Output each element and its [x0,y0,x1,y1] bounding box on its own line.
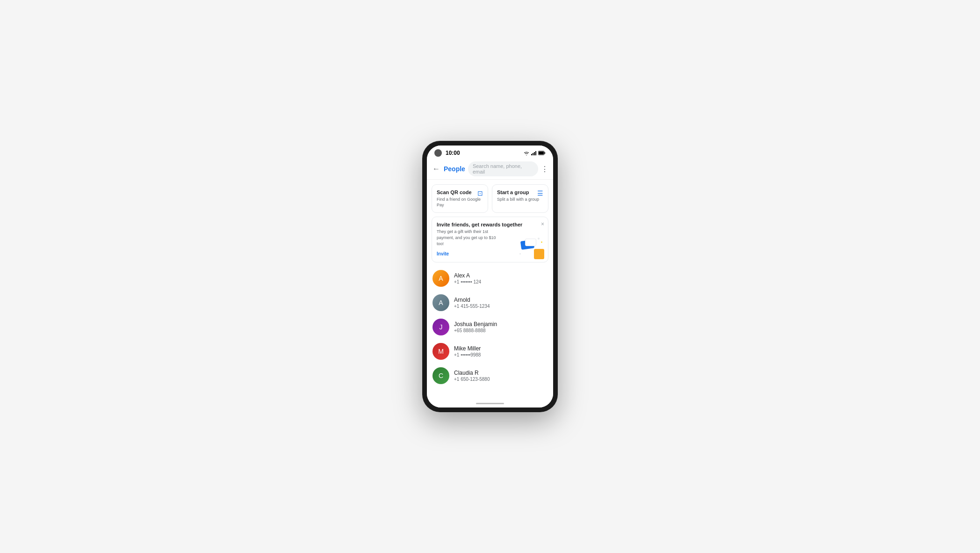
contact-avatar-claudia: C [432,367,449,384]
scan-qr-title: Scan QR code [437,189,472,195]
start-group-header: Start a group ☰ [497,189,543,197]
start-group-icon: ☰ [537,189,543,197]
invite-illustration [519,237,544,259]
scan-qr-subtitle: Find a friend on Google Pay [437,197,483,208]
home-bar [476,403,504,404]
svg-rect-6 [539,152,544,154]
content-area: Scan QR code ⊡ Find a friend on Google P… [427,180,553,399]
contact-item[interactable]: J Joshua Benjamin +65 8888-8888 [427,315,553,339]
svg-rect-1 [533,153,533,155]
contact-info-arnold: Arnold +1 415-555-1234 [454,297,548,309]
more-button[interactable]: ⋮ [541,165,548,174]
status-icons [523,151,546,155]
home-indicator [427,399,553,407]
nav-bar: ← People Search name, phone, email ⋮ [427,159,553,180]
contact-info-mike: Mike Miller +1 ••••••9988 [454,345,548,357]
start-group-subtitle: Split a bill with a group [497,197,543,203]
back-button[interactable]: ← [432,164,441,174]
illus-dot-1 [538,238,540,240]
contact-phone: +65 8888-8888 [454,328,548,333]
contact-item[interactable]: A Alex A +1 ••••••• 124 [427,266,553,291]
contacts-list: A Alex A +1 ••••••• 124 A Arnold +1 415-… [427,266,553,388]
contact-info-claudia: Claudia R +1 650-123-5880 [454,370,548,382]
contact-phone: +1 415-555-1234 [454,304,548,309]
start-group-title: Start a group [497,189,529,195]
contact-avatar-joshua: J [432,319,449,335]
status-time: 10:00 [446,150,460,156]
svg-rect-3 [535,151,536,155]
phone-device: 10:00 [422,141,558,412]
invite-description: They get a gift with their 1st payment, … [437,229,497,247]
search-field[interactable]: Search name, phone, email [468,161,538,176]
svg-rect-5 [545,152,546,154]
search-placeholder: Search name, phone, email [473,163,522,175]
contact-name: Alex A [454,272,548,279]
status-bar: 10:00 [427,146,553,159]
contact-avatar-arnold: A [432,294,449,311]
invite-banner: × Invite friends, get rewards together T… [432,217,548,262]
contact-item[interactable]: C Claudia R +1 650-123-5880 [427,364,553,388]
contact-name: Mike Miller [454,345,548,352]
illus-dot-3 [519,253,521,255]
contact-avatar-alex: A [432,270,449,287]
start-group-card[interactable]: Start a group ☰ Split a bill with a grou… [492,184,548,213]
invite-link[interactable]: Invite [437,251,449,256]
contact-phone: +1 650-123-5880 [454,377,548,382]
battery-icon [538,151,546,155]
invite-close-button[interactable]: × [541,221,544,227]
scan-qr-card[interactable]: Scan QR code ⊡ Find a friend on Google P… [432,184,488,213]
contact-name: Joshua Benjamin [454,321,548,327]
invite-title: Invite friends, get rewards together [437,222,543,227]
illus-bag [534,249,544,259]
scan-qr-icon: ⊡ [477,189,483,197]
phone-shell: 10:00 [422,141,558,412]
contact-avatar-mike: M [432,343,449,360]
status-avatar [434,149,442,157]
contact-item[interactable]: A Arnold +1 415-555-1234 [427,291,553,315]
people-label: People [444,165,465,173]
action-cards: Scan QR code ⊡ Find a friend on Google P… [427,180,553,217]
signal-icon [531,151,537,155]
illus-dot-2 [541,241,542,243]
contact-phone: +1 ••••••9988 [454,352,548,357]
scan-qr-header: Scan QR code ⊡ [437,189,483,197]
contact-info-joshua: Joshua Benjamin +65 8888-8888 [454,321,548,333]
contact-info-alex: Alex A +1 ••••••• 124 [454,272,548,284]
svg-rect-2 [534,152,535,155]
phone-screen: 10:00 [427,146,553,407]
contact-name: Arnold [454,297,548,303]
illus-white-card [525,239,536,246]
contact-name: Claudia R [454,370,548,376]
svg-rect-0 [531,154,532,155]
contact-item[interactable]: M Mike Miller +1 ••••••9988 [427,339,553,364]
contact-phone: +1 ••••••• 124 [454,279,548,284]
wifi-icon [523,151,530,155]
